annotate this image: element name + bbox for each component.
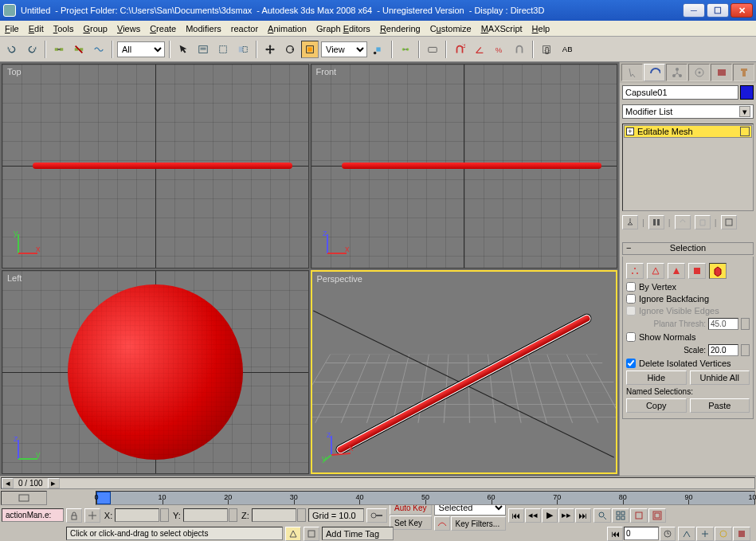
snap-toggle-button[interactable]: 3 [451, 41, 468, 58]
time-slider-thumb[interactable] [96, 492, 111, 504]
menu-maxscript[interactable]: MAXScript [481, 24, 523, 33]
menu-edit[interactable]: Edit [29, 24, 44, 33]
viewport-perspective[interactable]: Perspective zxy [311, 270, 618, 475]
lock-selection-button[interactable] [66, 508, 82, 523]
show-normals-checkbox[interactable] [626, 332, 636, 342]
selection-rollout-header[interactable]: Selection [622, 242, 754, 255]
zoom-extents-button[interactable] [630, 508, 648, 523]
delete-isolated-checkbox[interactable] [626, 359, 636, 368]
undo-button[interactable] [3, 41, 21, 58]
display-tab[interactable] [711, 64, 732, 81]
key-filters-button[interactable]: Key Filters... [451, 516, 506, 531]
x-coord-field[interactable] [115, 508, 159, 522]
prev-frame-button[interactable]: ◂◂ [525, 508, 541, 523]
viewport-front[interactable]: Front zx [311, 64, 618, 269]
time-config-button[interactable] [660, 527, 676, 541]
named-selection-edit-button[interactable]: {} [538, 41, 555, 58]
vertex-subobj-button[interactable] [626, 263, 644, 279]
percent-snap-button[interactable]: % [491, 41, 508, 58]
menu-tools[interactable]: Tools [53, 24, 74, 33]
normal-scale-field[interactable] [708, 344, 738, 356]
close-button[interactable]: ✕ [731, 3, 753, 18]
configure-sets-button[interactable] [721, 215, 737, 229]
create-tab[interactable] [621, 64, 643, 81]
menu-reactor[interactable]: reactor [231, 24, 258, 33]
manipulate-button[interactable] [397, 41, 414, 58]
modify-tab[interactable] [644, 64, 665, 81]
select-object-button[interactable] [174, 41, 192, 58]
menu-group[interactable]: Group [83, 24, 108, 33]
menu-views[interactable]: Views [117, 24, 140, 33]
minimize-button[interactable]: ─ [683, 3, 705, 18]
angle-snap-button[interactable] [471, 41, 488, 58]
move-button[interactable] [261, 41, 279, 58]
motion-tab[interactable] [688, 64, 710, 81]
maximize-button[interactable]: ☐ [707, 3, 729, 18]
trackbar-scroll[interactable]: ◂ 0 / 100 ▸ [1, 477, 755, 489]
window-crossing-button[interactable] [234, 41, 252, 58]
show-end-result-button[interactable] [648, 215, 664, 229]
fov-button[interactable] [678, 527, 695, 541]
utilities-tab[interactable] [733, 64, 754, 81]
scroll-right-icon[interactable]: ▸ [48, 478, 60, 488]
menu-modifiers[interactable]: Modifiers [186, 24, 221, 33]
zoom-all-button[interactable] [612, 508, 629, 523]
link-button[interactable] [50, 41, 68, 58]
menu-customize[interactable]: Customize [430, 24, 472, 33]
spinner-snap-button[interactable] [511, 41, 528, 58]
play-button[interactable]: ▶ [542, 508, 558, 523]
menu-create[interactable]: Create [150, 24, 176, 33]
hide-button[interactable]: Hide [626, 370, 687, 385]
reference-coord-dropdown[interactable]: View [321, 41, 367, 57]
face-subobj-button[interactable] [668, 263, 685, 279]
polygon-subobj-button[interactable] [688, 263, 706, 279]
hierarchy-tab[interactable] [666, 64, 687, 81]
menu-rendering[interactable]: Rendering [380, 24, 421, 33]
edge-subobj-button[interactable] [647, 263, 664, 279]
set-key-button[interactable]: Set Key [390, 516, 432, 530]
zoom-button[interactable] [593, 508, 611, 523]
menu-animation[interactable]: Animation [268, 24, 307, 33]
keyboard-shortcut-button[interactable] [424, 41, 441, 58]
trackbar-toggle[interactable] [1, 491, 47, 505]
scroll-left-icon[interactable]: ◂ [2, 478, 14, 488]
prev-key-button[interactable]: ⏮ [607, 527, 623, 541]
element-subobj-button[interactable] [709, 263, 727, 279]
abs-transform-button[interactable] [84, 508, 100, 523]
goto-end-button[interactable]: ⏭ [575, 508, 591, 523]
zoom-extents-all-button[interactable] [648, 508, 666, 523]
goto-start-button[interactable]: ⏮ [508, 508, 524, 523]
pan-button[interactable] [696, 527, 714, 541]
maximize-viewport-button[interactable] [733, 527, 750, 541]
selection-filter-dropdown[interactable]: All [117, 41, 165, 57]
object-name-field[interactable] [622, 85, 738, 100]
named-selection-abc-button[interactable]: ABC [558, 41, 575, 58]
comm-center-button[interactable] [304, 527, 319, 541]
expand-icon[interactable]: + [626, 127, 634, 135]
ignore-backfacing-checkbox[interactable] [626, 294, 636, 304]
time-slider[interactable]: 0102030405060708090100 [96, 491, 755, 505]
menu-help[interactable]: Help [532, 24, 550, 33]
pivot-center-button[interactable] [370, 41, 387, 58]
paste-selection-button[interactable]: Paste [690, 398, 750, 413]
key-mode-icon[interactable] [366, 508, 387, 523]
key-tangent-button[interactable] [434, 516, 450, 531]
unhide-all-button[interactable]: Unhide All [690, 370, 750, 385]
modifier-list-dropdown[interactable]: Modifier List▾ [622, 104, 754, 119]
menu-graph[interactable]: Graph Editors [316, 24, 370, 33]
stack-item-editable-mesh[interactable]: + Editable Mesh [624, 125, 752, 138]
unlink-button[interactable] [70, 41, 88, 58]
isolate-button[interactable] [285, 527, 301, 541]
by-vertex-checkbox[interactable] [626, 282, 636, 292]
listener-mini[interactable]: actionMan.e: [2, 508, 64, 522]
select-region-button[interactable] [214, 41, 232, 58]
redo-button[interactable] [23, 41, 41, 58]
select-by-name-button[interactable] [194, 41, 212, 58]
bind-spacewarp-button[interactable] [90, 41, 108, 58]
object-color-swatch[interactable] [740, 85, 754, 100]
menu-file[interactable]: File [5, 24, 19, 33]
arc-rotate-button[interactable] [715, 527, 732, 541]
scale-button[interactable] [301, 41, 319, 58]
next-frame-button[interactable]: ▸▸ [558, 508, 574, 523]
viewport-left[interactable]: Left zy [2, 270, 309, 475]
